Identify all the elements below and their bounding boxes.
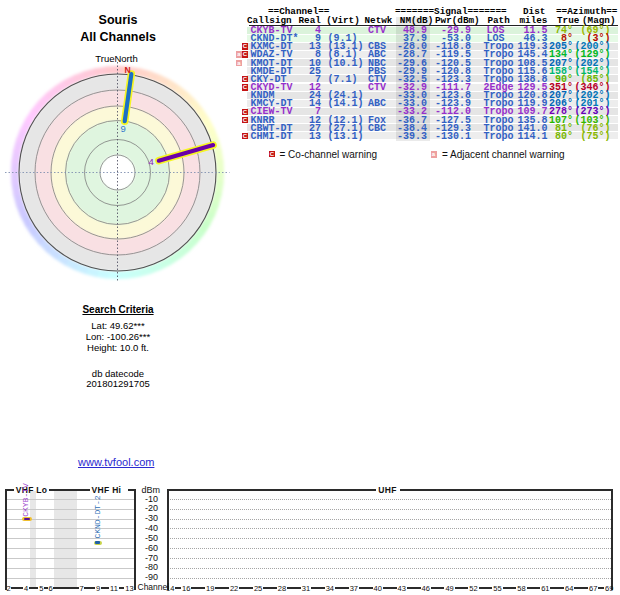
svg-text:4: 4 [149,156,154,167]
svg-text:9: 9 [121,123,126,134]
svg-text:N: N [125,65,131,75]
